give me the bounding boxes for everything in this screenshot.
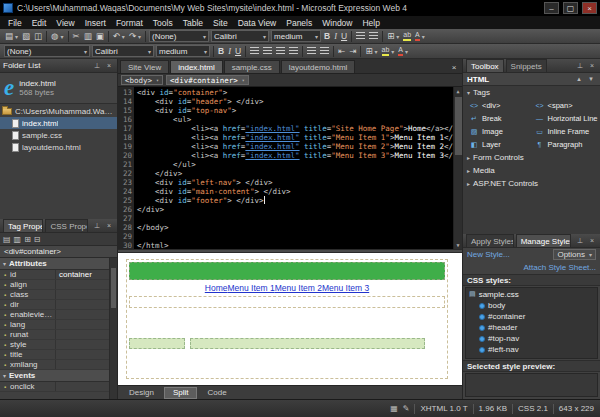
style-rule-main-content[interactable]: #main-content (466, 355, 597, 359)
scroll-up-icon[interactable]: ▲ (456, 87, 459, 95)
design-nav-link-menu-item-1[interactable]: Menu Item 1 (227, 283, 274, 293)
properties-scrollbar[interactable] (109, 258, 117, 399)
menu-item-view[interactable]: View (51, 18, 79, 28)
code-scrollbar[interactable]: ▲ ▼ (453, 87, 462, 249)
design-left-nav-div[interactable] (129, 338, 185, 349)
font-size-select[interactable]: medium▾ (271, 30, 321, 42)
maximize-button[interactable]: ▢ (563, 2, 578, 14)
scrollbar-thumb[interactable] (111, 268, 116, 308)
align-right-icon[interactable] (274, 45, 287, 58)
style-rule-container[interactable]: #container (466, 311, 597, 322)
show-set-properties-icon[interactable]: ⊞ (24, 235, 31, 244)
style-rule-left-nav[interactable]: #left-nav (466, 344, 597, 355)
underline-icon[interactable]: U (233, 45, 243, 58)
menu-item-help[interactable]: Help (357, 18, 384, 28)
borders-icon[interactable]: ⊞▾ (385, 30, 401, 43)
new-style-link[interactable]: New Style... (467, 250, 510, 259)
property-row-title[interactable]: ▪title (0, 350, 117, 360)
font-color-icon[interactable]: A▾ (396, 45, 410, 58)
design-header-div[interactable] (129, 262, 445, 280)
property-row-onclick[interactable]: ▪onclick (0, 382, 117, 392)
pin-icon[interactable]: ⊥ (575, 61, 585, 71)
file-layoutdemo-html[interactable]: layoutdemo.html (0, 141, 117, 153)
toolbox-section-asp-net-controls[interactable]: ▸ASP.NET Controls (463, 177, 600, 190)
property-row-enableviewstate[interactable]: ▪enableviewstate (0, 310, 117, 320)
property-row-runat[interactable]: ▪runat (0, 330, 117, 340)
file-index-html[interactable]: index.html (0, 117, 117, 129)
toolbox-item-horizontal-line[interactable]: ―Horizontal Line (535, 112, 600, 125)
close-icon[interactable]: × (448, 61, 460, 73)
open-icon[interactable]: ▧ (20, 30, 32, 43)
style-rule-top-nav[interactable]: #top-nav (466, 333, 597, 344)
split-view-button[interactable]: Split (164, 387, 198, 399)
tab-toolbox[interactable]: Toolbox (466, 59, 504, 72)
file-sample-css[interactable]: sample.css (0, 129, 117, 141)
pin-icon[interactable]: ⊥ (575, 236, 585, 246)
new-document-icon[interactable]: ▤▾ (3, 30, 20, 43)
bold-icon[interactable]: B (322, 30, 332, 43)
property-row-xmllang[interactable]: ▪xmllang (0, 360, 117, 370)
cut-icon[interactable]: ✂ (71, 30, 82, 43)
toolbox-item-break[interactable]: ↵Break (469, 112, 535, 125)
save-icon[interactable]: ◫ (32, 30, 44, 43)
font-color-icon[interactable]: A▾ (413, 30, 427, 43)
design-nav-link-home[interactable]: Home (205, 283, 228, 293)
show-categorized-icon[interactable]: ▤ (3, 235, 11, 244)
toolbox-item-paragraph[interactable]: ¶Paragraph (535, 138, 600, 151)
close-icon[interactable]: × (587, 61, 597, 71)
close-icon[interactable]: × (587, 236, 597, 246)
bullets-icon[interactable] (318, 45, 331, 58)
code-editor[interactable]: <div id="container"> <div id="header"> <… (134, 87, 453, 249)
pin-icon[interactable]: ⊥ (92, 61, 102, 71)
style-select[interactable]: (None)▾ (149, 30, 209, 42)
align-center-icon[interactable] (261, 45, 274, 58)
style-select-formatting[interactable]: (None)▾ (4, 45, 90, 57)
visual-aids-icon[interactable]: ▦ (390, 404, 398, 413)
menu-item-insert[interactable]: Insert (80, 18, 111, 28)
design-nav-link-menu-item-2[interactable]: Menu Item 2 (275, 283, 322, 293)
menu-item-panels[interactable]: Panels (281, 18, 317, 28)
menu-item-format[interactable]: Format (111, 18, 148, 28)
underline-icon[interactable]: U (339, 30, 349, 43)
tab-snippets[interactable]: Snippets (506, 59, 547, 72)
scroll-down-icon[interactable]: ▼ (456, 241, 459, 249)
toolbox-item-layer[interactable]: ◧Layer (469, 138, 535, 151)
tab-apply-styles[interactable]: Apply Styles (466, 234, 514, 247)
paste-icon[interactable]: ▣ (94, 30, 106, 43)
minimize-button[interactable]: – (544, 2, 559, 14)
tab-css-properties[interactable]: CSS Properties (45, 219, 88, 232)
font-size-select-formatting[interactable]: medium▾ (156, 45, 210, 57)
close-button[interactable]: × (582, 2, 597, 14)
tag-chip-div-container[interactable]: <div#container>▾ (166, 75, 249, 85)
justify-icon[interactable] (287, 45, 300, 58)
italic-icon[interactable]: I (226, 45, 233, 58)
property-row-dir[interactable]: ▪dir (0, 300, 117, 310)
menu-item-edit[interactable]: Edit (27, 18, 52, 28)
outside-borders-icon[interactable]: ⊞▾ (363, 45, 379, 58)
highlight-icon[interactable]: ab▾ (380, 45, 397, 58)
numbering-icon[interactable] (305, 45, 318, 58)
redo-icon[interactable]: ↷▾ (127, 30, 143, 43)
increase-indent-icon[interactable]: ⇥ (347, 45, 358, 58)
code-view-button[interactable]: Code (198, 387, 235, 399)
italic-icon[interactable]: I (332, 30, 339, 43)
highlight-icon[interactable]: ab (401, 30, 413, 43)
undo-icon[interactable]: ↶▾ (111, 30, 127, 43)
property-row-lang[interactable]: ▪lang (0, 320, 117, 330)
toolbox-item-div[interactable]: <><div> (469, 99, 535, 112)
toolbox-section-form-controls[interactable]: ▸Form Controls (463, 151, 600, 164)
menu-item-data-view[interactable]: Data View (233, 18, 282, 28)
font-select-formatting[interactable]: Calibri▾ (92, 45, 154, 57)
scrollbar-thumb[interactable] (455, 97, 462, 155)
tab-tag-properties[interactable]: Tag Properties (3, 219, 43, 232)
design-main-content-div[interactable] (190, 338, 425, 349)
tab-layoutdemo-html[interactable]: layoutdemo.html (281, 60, 356, 73)
property-row-id[interactable]: ▪idcontainer (0, 270, 117, 280)
menu-item-table[interactable]: Table (178, 18, 208, 28)
folder-tree-root[interactable]: C:\Users\Muhammad.Waqas\Documents\M (0, 105, 117, 117)
show-alphabetized-icon[interactable]: ▥ (14, 235, 22, 244)
close-icon[interactable]: × (104, 61, 114, 71)
property-row-style[interactable]: ▪style (0, 340, 117, 350)
align-left-icon[interactable] (248, 45, 261, 58)
style-application-icon[interactable]: ✎ (403, 404, 410, 413)
